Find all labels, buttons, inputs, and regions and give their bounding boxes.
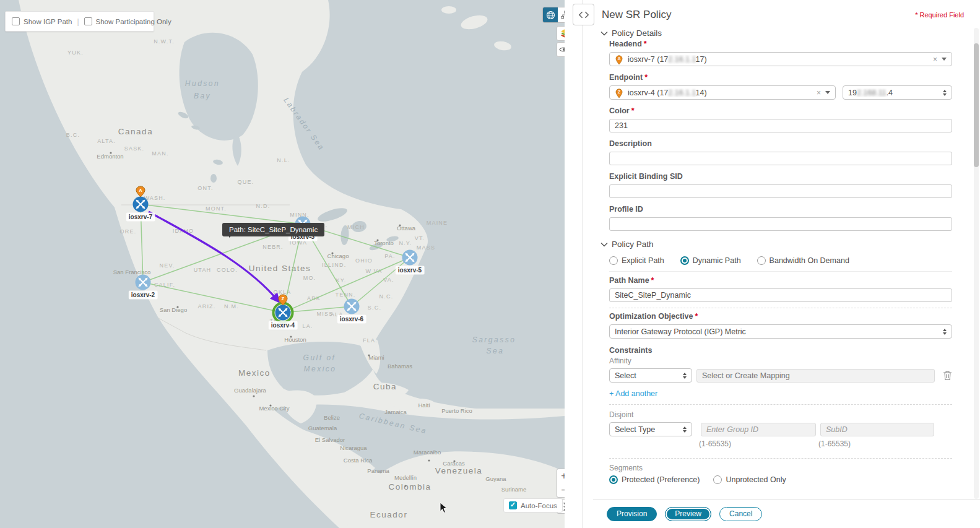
map-label: S.C. <box>368 305 381 311</box>
router-node-iosxrv-7[interactable]: A <box>133 186 149 212</box>
segments-label: Segments <box>609 464 952 472</box>
zoom-in-button[interactable]: + <box>557 469 565 483</box>
layers-icon <box>559 28 565 39</box>
endpoint-ip-select[interactable]: 192.168.11.4 <box>843 85 952 100</box>
radio-bandwidth-on-demand[interactable]: Bandwidth On Demand <box>757 256 849 265</box>
map-view-toggle <box>542 7 565 23</box>
router-node-iosxrv-6[interactable] <box>344 299 360 314</box>
radio-label: Explicit Path <box>622 256 664 265</box>
map-label: Guadalajara <box>234 387 266 394</box>
map-label: Colombia <box>388 482 431 491</box>
city-dot <box>176 306 178 308</box>
participating-checkbox[interactable] <box>84 17 92 25</box>
geo-view-button[interactable] <box>543 7 558 22</box>
map-label: MASS <box>417 245 435 251</box>
auto-focus-checkbox[interactable] <box>509 501 517 509</box>
show-participating-option[interactable]: Show Participating Only <box>84 17 171 25</box>
headend-label: Headend* <box>609 40 952 48</box>
affinity-mapping-input[interactable] <box>696 369 935 383</box>
map-label: San Diego <box>160 306 187 313</box>
binding-sid-label: Explicit Binding SID <box>609 172 952 181</box>
map-label: VT. <box>415 235 425 241</box>
cancel-button[interactable]: Cancel <box>719 507 762 521</box>
radio-protected-preference[interactable]: Protected (Preference) <box>609 475 700 484</box>
svg-text:Z: Z <box>618 90 620 94</box>
map-label: IND. <box>332 262 347 268</box>
radio-label: Unprotected Only <box>726 475 786 484</box>
auto-focus-control[interactable]: Auto-Focus <box>503 498 563 513</box>
eye-icon <box>559 46 565 53</box>
panel-collapse-button[interactable] <box>573 4 594 25</box>
map-label: Puerto Rico <box>441 407 472 414</box>
city-dot <box>110 152 111 154</box>
optimization-objective-value: Interior Gateway Protocol (IGP) Metric <box>615 327 938 336</box>
subid-input[interactable] <box>820 423 934 436</box>
radio-explicit-path[interactable]: Explicit Path <box>609 256 664 265</box>
provision-button[interactable]: Provision <box>607 507 657 521</box>
map-label: MAN. <box>152 150 168 157</box>
city-dot <box>376 239 378 241</box>
minus-icon: − <box>561 485 565 495</box>
binding-sid-input[interactable] <box>609 184 952 198</box>
headend-select[interactable]: A iosxrv-7 (172.16.1.117) × <box>609 52 952 66</box>
group-id-range-hint: (1-65535) <box>699 439 818 448</box>
topology-map[interactable]: YUK.N.W.T.B.C.ALTA.SASK.MAN.ONT.QUE.N.L.… <box>0 0 565 528</box>
profile-id-label: Profile ID <box>609 205 952 214</box>
map-label: Panama <box>367 467 389 474</box>
map-label: MO. <box>303 275 316 281</box>
map-visibility-button[interactable] <box>557 42 565 57</box>
map-label: Guatemala <box>308 425 337 431</box>
clear-icon[interactable]: × <box>817 89 821 97</box>
description-input[interactable] <box>609 152 952 165</box>
map-label: ARK <box>307 295 321 301</box>
path-tooltip: Path: SiteC_SiteP_Dynamic <box>222 223 324 236</box>
preview-button[interactable]: Preview <box>665 507 711 521</box>
map-label: Nicaragua <box>340 444 367 451</box>
igp-path-checkbox[interactable] <box>12 17 20 25</box>
chevron-down-icon <box>601 242 608 247</box>
disjoint-type-select[interactable]: Select Type <box>609 422 692 436</box>
map-label: Canada <box>118 127 153 136</box>
endpoint-ip-value: 192.168.11.4 <box>848 89 938 97</box>
map-label: Houston <box>284 336 306 343</box>
radio-dynamic-path[interactable]: Dynamic Path <box>680 256 741 265</box>
city-dot <box>331 252 333 254</box>
panel-scrollbar-thumb[interactable] <box>974 43 979 167</box>
map-label: UTAH <box>194 267 212 273</box>
section-policy-path[interactable]: Policy Path <box>601 240 952 249</box>
chevron-down-icon[interactable] <box>825 91 830 97</box>
map-label: Cuba <box>373 382 397 391</box>
group-id-input[interactable] <box>701 423 816 436</box>
router-node-iosxrv-5[interactable] <box>402 250 418 266</box>
participating-label: Show Participating Only <box>96 18 171 25</box>
plus-icon: + <box>561 471 565 481</box>
panel-gutter <box>565 0 593 528</box>
map-label: Haiti <box>418 402 430 409</box>
map-layers-button[interactable] <box>557 26 565 41</box>
section-policy-details[interactable]: Policy Details <box>601 28 952 38</box>
endpoint-select[interactable]: Z iosxrv-4 (172.16.1.114) × <box>609 85 836 100</box>
show-igp-path-option[interactable]: Show IGP Path <box>12 17 72 25</box>
map-label: Sargasso <box>472 335 516 344</box>
node-label: iosxrv-7 <box>129 214 153 220</box>
city-dot <box>453 460 455 462</box>
affinity-type-select[interactable]: Select <box>609 368 692 383</box>
path-name-input[interactable] <box>609 288 952 302</box>
profile-id-input[interactable] <box>609 217 952 231</box>
add-another-link[interactable]: + Add another <box>609 389 657 398</box>
router-node-iosxrv-2[interactable] <box>136 275 151 290</box>
map-label: Chicago <box>327 253 349 259</box>
map-label: Costa Rica <box>344 457 373 464</box>
map-label: Bay <box>194 92 211 100</box>
disjoint-type-value: Select Type <box>615 425 678 434</box>
clear-icon[interactable]: × <box>933 55 937 64</box>
zoom-out-button[interactable]: − <box>557 483 565 498</box>
map-label: NEBR. <box>262 244 284 250</box>
optimization-objective-select[interactable]: Interior Gateway Protocol (IGP) Metric <box>609 324 952 339</box>
radio-unprotected-only[interactable]: Unprotected Only <box>713 475 786 484</box>
logical-view-button[interactable] <box>558 7 565 22</box>
color-input[interactable] <box>609 119 952 132</box>
spinner-icon <box>943 327 947 337</box>
chevron-down-icon[interactable] <box>942 58 947 63</box>
trash-icon[interactable] <box>943 370 952 381</box>
